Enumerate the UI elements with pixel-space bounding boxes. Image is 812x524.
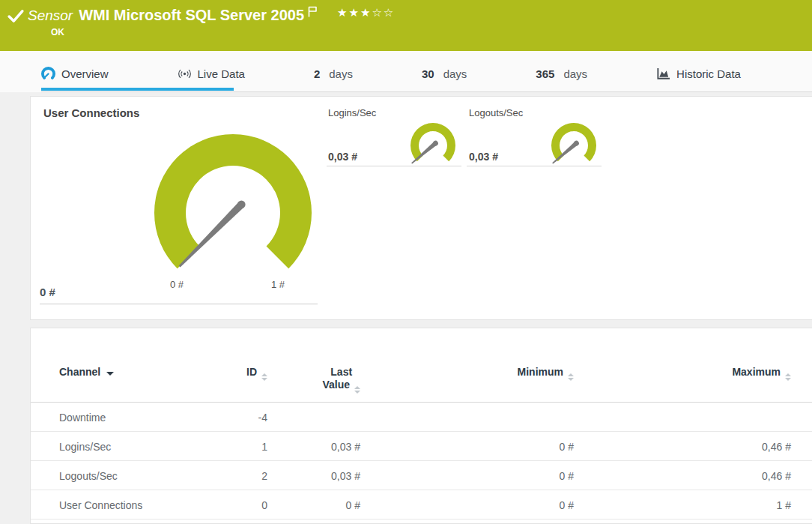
tab-number: 365 [536, 67, 554, 80]
tab-historic-data[interactable]: Historic Data [637, 67, 760, 81]
tab-label: days [563, 67, 587, 80]
column-label: Maximum [732, 366, 781, 378]
gauge-max-label: 1 # [263, 279, 293, 290]
tab-2-days[interactable]: 2 days [295, 67, 372, 80]
column-header-last-value[interactable]: Last Value [267, 328, 360, 403]
channels-table: Channel ID Last Value Minimum Maximum [31, 328, 812, 520]
channel-minimum: 0 # [360, 490, 574, 520]
channel-last-value: 0,03 # [267, 432, 360, 461]
channel-maximum: 1 # [574, 490, 812, 520]
column-label: Channel [59, 366, 100, 378]
sort-arrows-icon [354, 386, 360, 394]
status-check-icon [7, 8, 24, 25]
channel-minimum [360, 403, 574, 432]
table-row[interactable]: Downtime -4 [31, 403, 812, 432]
main-gauge-value: 0 # [40, 286, 55, 298]
star-rating[interactable]: ★★★☆☆ [337, 6, 395, 19]
tab-label: days [443, 67, 467, 80]
logouts-gauge [548, 122, 600, 175]
tab-label: Live Data [198, 67, 245, 80]
tab-label: Historic Data [676, 67, 741, 80]
logins-gauge-title: Logins/Sec [328, 107, 376, 118]
table-row[interactable]: Logouts/Sec 2 0,03 # 0 # 0,46 # [31, 461, 812, 490]
gauge-min-label: 0 # [162, 279, 192, 290]
column-label: ID [246, 366, 257, 378]
gauge-arc [154, 134, 312, 268]
priority-flag-icon[interactable] [308, 6, 318, 17]
historic-chart-icon [656, 67, 670, 81]
sort-caret-icon [106, 372, 114, 376]
table-row[interactable]: Logins/Sec 1 0,03 # 0 # 0,46 # [31, 432, 812, 461]
tab-live-data[interactable]: Live Data [159, 67, 264, 81]
channel-maximum: 0,46 # [574, 461, 812, 490]
table-row[interactable]: User Connections 0 0 # 0 # 1 # [31, 490, 812, 520]
sensor-title: WMI Microsoft SQL Server 2005 [79, 7, 304, 24]
channel-maximum [574, 403, 812, 432]
channel-id: -4 [181, 403, 267, 432]
sort-arrows-icon [785, 373, 791, 381]
column-header-minimum[interactable]: Minimum [360, 328, 574, 403]
channels-panel: Channel ID Last Value Minimum Maximum [30, 328, 812, 524]
channel-name[interactable]: Downtime [31, 403, 181, 432]
gauge-icon [41, 67, 55, 81]
channel-minimum: 0 # [360, 461, 574, 490]
column-header-maximum[interactable]: Maximum [574, 328, 812, 403]
tab-30-days[interactable]: 30 days [403, 67, 485, 80]
channel-last-value: 0 # [267, 490, 360, 520]
gauge-arc [410, 123, 455, 161]
status-badge: OK [51, 27, 64, 37]
tab-label: days [329, 67, 353, 80]
channel-name[interactable]: Logouts/Sec [31, 461, 181, 490]
divider [40, 304, 318, 304]
channel-name[interactable]: User Connections [31, 490, 181, 520]
tab-label: Overview [61, 67, 109, 80]
tab-number: 2 [314, 67, 320, 80]
table-header-row: Channel ID Last Value Minimum Maximum [31, 328, 812, 403]
gauge-arc [551, 123, 596, 161]
channel-last-value [267, 403, 360, 432]
tab-overview[interactable]: Overview [22, 67, 127, 81]
column-label: Last [330, 366, 352, 378]
logouts-gauge-title: Logouts/Sec [469, 107, 523, 118]
logins-gauge [407, 122, 459, 175]
channel-minimum: 0 # [360, 432, 574, 461]
tab-number: 30 [422, 67, 434, 80]
channel-name[interactable]: Logins/Sec [31, 432, 181, 461]
column-label: Value [322, 379, 350, 391]
tab-365-days[interactable]: 365 days [517, 67, 606, 80]
channel-id: 1 [181, 432, 267, 461]
user-connections-gauge [151, 130, 315, 295]
logouts-gauge-value: 0,03 # [469, 151, 498, 163]
sort-arrows-icon [568, 373, 574, 381]
live-signal-icon [178, 67, 192, 81]
column-header-channel[interactable]: Channel [31, 328, 181, 403]
gauges-panel: User Connections 0 # 1 # 0 # Logins/Sec … [30, 96, 812, 320]
sort-arrows-icon [261, 373, 267, 381]
column-label: Minimum [518, 366, 563, 378]
channel-id: 0 [181, 490, 267, 520]
column-header-id[interactable]: ID [181, 328, 267, 403]
main-gauge-title: User Connections [43, 106, 139, 119]
channel-id: 2 [181, 461, 267, 490]
channel-last-value: 0,03 # [267, 461, 360, 490]
channel-maximum: 0,46 # [574, 432, 812, 461]
logins-gauge-value: 0,03 # [328, 151, 357, 163]
active-tab-indicator [41, 88, 234, 91]
sensor-kind-label: Sensor [28, 7, 73, 24]
tab-bar: Overview Live Data 2 days 30 days 365 da… [0, 51, 812, 92]
sensor-header: Sensor WMI Microsoft SQL Server 2005 ★★★… [0, 0, 812, 51]
